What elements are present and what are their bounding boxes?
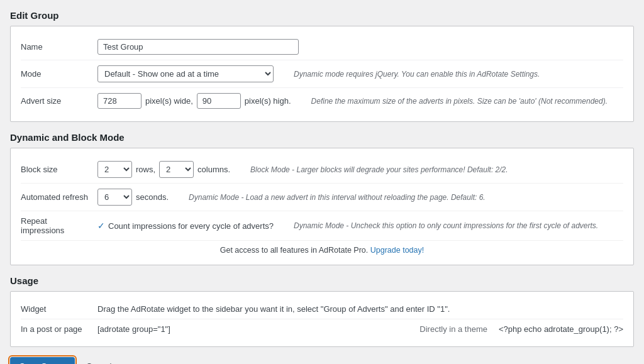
- in-post-value: [adrotate group="1"]: [97, 324, 170, 334]
- widget-row: Widget Drag the AdRotate widget to the s…: [21, 299, 623, 319]
- name-control-area: [97, 39, 299, 55]
- advert-height-input[interactable]: [197, 93, 241, 109]
- mode-control-area: Default - Show one ad at a time Block Mo…: [97, 65, 274, 82]
- mode-help: Dynamic mode requires jQuery. You can en…: [294, 70, 623, 79]
- automated-refresh-control-area: 1 2 3 4 5 6 7 8 9 10 seconds.: [97, 189, 169, 206]
- repeat-impressions-label: Repeat impressions: [21, 216, 90, 235]
- name-label: Name: [21, 42, 90, 52]
- repeat-impressions-help: Dynamic Mode - Uncheck this option to on…: [294, 221, 623, 230]
- widget-control-area: Drag the AdRotate widget to the sidebar …: [97, 304, 623, 314]
- cols-label: columns.: [197, 165, 230, 174]
- automated-refresh-row: Automated refresh 1 2 3 4 5 6 7 8 9 10 s…: [21, 184, 623, 211]
- directly-in-theme-label: Directly in a theme: [419, 324, 487, 334]
- mode-row: Mode Default - Show one ad at a time Blo…: [21, 60, 623, 88]
- upgrade-text: Get access to all features in AdRotate P…: [220, 246, 369, 255]
- block-size-control-area: 1 2 3 4 5 rows, 1 2 3 4 5 columns.: [97, 161, 230, 178]
- automated-refresh-select[interactable]: 1 2 3 4 5 6 7 8 9 10: [97, 189, 132, 206]
- form-actions: Save Group Cancel: [10, 357, 634, 364]
- name-input[interactable]: [97, 39, 299, 55]
- pixels-wide-label: pixel(s) wide,: [145, 96, 193, 106]
- seconds-label: seconds.: [136, 192, 169, 202]
- advert-size-label: Advert size: [21, 96, 90, 106]
- advert-size-help: Define the maximum size of the adverts i…: [311, 97, 623, 106]
- mode-label: Mode: [21, 69, 90, 79]
- edit-group-section: Edit Group Name Mode Default - Show one …: [10, 10, 634, 122]
- block-size-rows-select[interactable]: 1 2 3 4 5: [97, 161, 132, 178]
- upgrade-link[interactable]: Upgrade today!: [370, 246, 424, 255]
- advert-size-control-area: pixel(s) wide, pixel(s) high.: [97, 93, 291, 109]
- usage-card: Widget Drag the AdRotate widget to the s…: [10, 291, 634, 347]
- repeat-impressions-checkbox-area: ✓ Count impressions for every cycle of a…: [97, 221, 274, 231]
- edit-group-card: Name Mode Default - Show one ad at a tim…: [10, 26, 634, 122]
- in-post-control-area: [adrotate group="1"] Directly in a theme…: [97, 324, 623, 334]
- directly-in-theme-value: <?php echo adrotate_group(1); ?>: [499, 324, 623, 334]
- widget-label: Widget: [21, 304, 90, 314]
- dynamic-block-section: Dynamic and Block Mode Block size 1 2 3 …: [10, 132, 634, 265]
- repeat-impressions-check-label[interactable]: Count impressions for every cycle of adv…: [108, 221, 274, 231]
- save-button[interactable]: Save Group: [10, 357, 75, 364]
- pixels-high-label: pixel(s) high.: [245, 96, 291, 106]
- repeat-impressions-control-area: ✓ Count impressions for every cycle of a…: [97, 221, 274, 231]
- edit-group-title: Edit Group: [10, 10, 634, 21]
- dynamic-block-card: Block size 1 2 3 4 5 rows, 1 2 3 4 5 col…: [10, 148, 634, 265]
- block-size-cols-select[interactable]: 1 2 3 4 5: [159, 161, 194, 178]
- dynamic-block-title: Dynamic and Block Mode: [10, 132, 634, 143]
- block-size-row: Block size 1 2 3 4 5 rows, 1 2 3 4 5 col…: [21, 156, 623, 184]
- block-size-help: Block Mode - Larger blocks will degrade …: [250, 165, 623, 174]
- automated-refresh-label: Automated refresh: [21, 192, 90, 202]
- name-row: Name: [21, 34, 623, 60]
- block-size-label: Block size: [21, 165, 90, 174]
- widget-value: Drag the AdRotate widget to the sidebar …: [97, 304, 450, 314]
- repeat-impressions-row: Repeat impressions ✓ Count impressions f…: [21, 211, 623, 241]
- advert-size-row: Advert size pixel(s) wide, pixel(s) high…: [21, 88, 623, 114]
- mode-select[interactable]: Default - Show one ad at a time Block Mo…: [97, 65, 274, 82]
- usage-section: Usage Widget Drag the AdRotate widget to…: [10, 275, 634, 347]
- in-post-label: In a post or page: [21, 324, 90, 334]
- rows-label: rows,: [136, 165, 155, 174]
- automated-refresh-help: Dynamic Mode - Load a new advert in this…: [189, 193, 623, 202]
- in-post-row: In a post or page [adrotate group="1"] D…: [21, 319, 623, 339]
- usage-title: Usage: [10, 275, 634, 286]
- checkmark-icon: ✓: [97, 221, 105, 231]
- cancel-button[interactable]: Cancel: [80, 358, 118, 364]
- advert-width-input[interactable]: [97, 93, 142, 109]
- upgrade-bar: Get access to all features in AdRotate P…: [21, 241, 623, 257]
